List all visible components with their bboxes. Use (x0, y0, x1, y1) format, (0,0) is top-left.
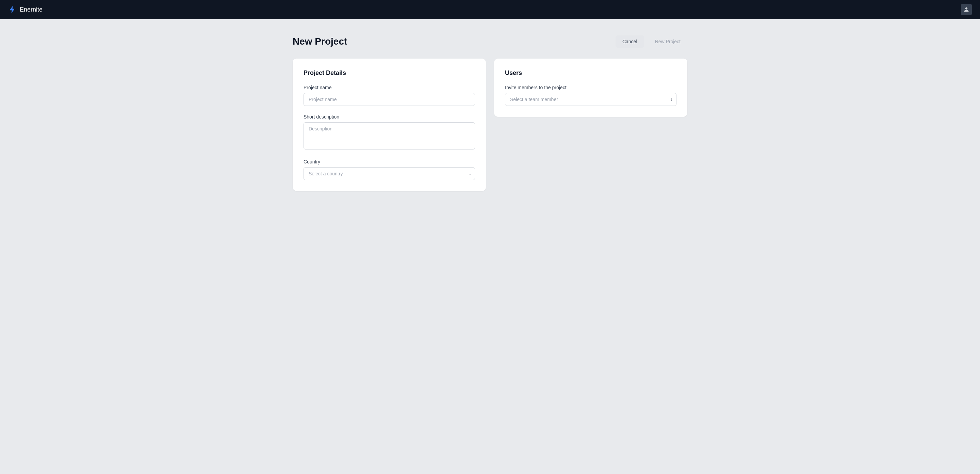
project-name-input[interactable] (304, 93, 475, 106)
team-member-select-wrapper: Select a team member ↕ (505, 93, 676, 106)
header-actions: Cancel New Project (616, 35, 687, 48)
main-content: New Project Cancel New Project Project D… (245, 19, 735, 207)
project-name-group: Project name (304, 85, 475, 106)
page-title: New Project (293, 36, 347, 47)
short-description-input[interactable] (304, 122, 475, 150)
users-card: Users Invite members to the project Sele… (494, 59, 687, 117)
logo-icon (8, 5, 16, 14)
country-group: Country Select a country ↕ (304, 159, 475, 180)
project-name-label: Project name (304, 85, 475, 90)
country-select-wrapper: Select a country ↕ (304, 167, 475, 180)
invite-members-label: Invite members to the project (505, 85, 676, 90)
brand: Enernite (8, 5, 43, 14)
short-description-group: Short description (304, 114, 475, 151)
new-project-button[interactable]: New Project (648, 35, 687, 48)
short-description-label: Short description (304, 114, 475, 120)
cards-container: Project Details Project name Short descr… (293, 59, 687, 191)
invite-members-group: Invite members to the project Select a t… (505, 85, 676, 106)
project-details-card: Project Details Project name Short descr… (293, 59, 486, 191)
country-select[interactable]: Select a country (304, 167, 475, 180)
page-header: New Project Cancel New Project (293, 35, 687, 48)
cancel-button[interactable]: Cancel (616, 35, 644, 48)
user-avatar-button[interactable] (961, 4, 972, 15)
team-member-select[interactable]: Select a team member (505, 93, 676, 106)
country-label: Country (304, 159, 475, 164)
app-name: Enernite (20, 6, 43, 13)
users-card-title: Users (505, 69, 676, 77)
project-details-title: Project Details (304, 69, 475, 77)
navbar: Enernite (0, 0, 980, 19)
